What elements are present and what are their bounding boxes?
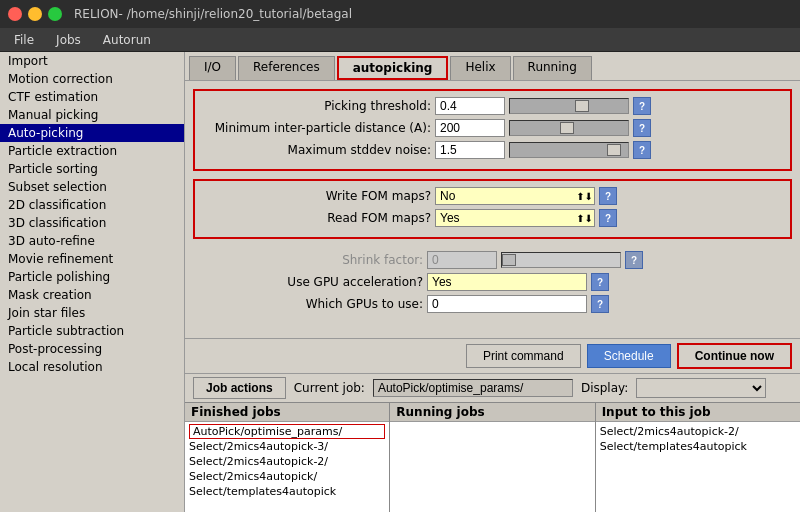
sidebar-item-import[interactable]: Import [0, 52, 184, 70]
tab-references[interactable]: References [238, 56, 335, 80]
picking-threshold-label: Picking threshold: [201, 99, 431, 113]
write-fom-row: Write FOM maps? No Yes ⬆⬇ ? [201, 187, 784, 205]
sidebar-item-particle-sorting[interactable]: Particle sorting [0, 160, 184, 178]
input-job-item-0[interactable]: Select/2mics4autopick-2/ [600, 424, 796, 439]
input-job-item-1[interactable]: Select/templates4autopick [600, 439, 796, 454]
display-label: Display: [581, 381, 628, 395]
shrink-factor-input [427, 251, 497, 269]
running-jobs-header: Running jobs [390, 403, 594, 422]
main-layout: Import Motion correction CTF estimation … [0, 52, 800, 512]
max-stddev-thumb [607, 144, 621, 156]
picking-threshold-thumb [575, 100, 589, 112]
sidebar-item-mask-creation[interactable]: Mask creation [0, 286, 184, 304]
job-actions-button[interactable]: Job actions [193, 377, 286, 399]
read-fom-label: Read FOM maps? [201, 211, 431, 225]
tab-autopicking[interactable]: autopicking [337, 56, 449, 80]
shrink-factor-slider [501, 252, 621, 268]
print-command-button[interactable]: Print command [466, 344, 581, 368]
menu-autorun[interactable]: Autorun [93, 31, 161, 49]
sidebar-item-ctf-estimation[interactable]: CTF estimation [0, 88, 184, 106]
max-stddev-slider[interactable] [509, 142, 629, 158]
sidebar-item-particle-extraction[interactable]: Particle extraction [0, 142, 184, 160]
picking-threshold-row: Picking threshold: ? [201, 97, 784, 115]
tab-helix[interactable]: Helix [450, 56, 510, 80]
picking-threshold-slider[interactable] [509, 98, 629, 114]
write-fom-dropdown[interactable]: No Yes [435, 187, 595, 205]
display-select[interactable] [636, 378, 766, 398]
min-distance-row: Minimum inter-particle distance (A): ? [201, 119, 784, 137]
shrink-factor-row: Shrink factor: ? [193, 251, 792, 269]
close-button[interactable] [8, 7, 22, 21]
running-jobs-panel: Running jobs [390, 403, 595, 512]
max-stddev-row: Maximum stddev noise: ? [201, 141, 784, 159]
finished-jobs-header: Finished jobs [185, 403, 389, 422]
extra-options-section: Shrink factor: ? Use GPU acceleration? N… [193, 247, 792, 321]
tab-running[interactable]: Running [513, 56, 592, 80]
sidebar-item-movie-refinement[interactable]: Movie refinement [0, 250, 184, 268]
max-stddev-help[interactable]: ? [633, 141, 651, 159]
current-job-label: Current job: [294, 381, 365, 395]
min-distance-input[interactable] [435, 119, 505, 137]
menu-file[interactable]: File [4, 31, 44, 49]
max-stddev-input[interactable] [435, 141, 505, 159]
finished-job-item-1[interactable]: Select/2mics4autopick-3/ [189, 439, 385, 454]
title-bar: RELION- /home/shinji/relion20_tutorial/b… [0, 0, 800, 28]
picking-threshold-help[interactable]: ? [633, 97, 651, 115]
form-area: Picking threshold: ? Minimum inter-parti… [185, 81, 800, 338]
read-fom-help[interactable]: ? [599, 209, 617, 227]
gpu-select-row: Which GPUs to use: ? [193, 295, 792, 313]
read-fom-dropdown[interactable]: No Yes [435, 209, 595, 227]
write-fom-label: Write FOM maps? [201, 189, 431, 203]
min-distance-help[interactable]: ? [633, 119, 651, 137]
input-job-content: Select/2mics4autopick-2/ Select/template… [596, 422, 800, 512]
action-bar: Print command Schedule Continue now [185, 338, 800, 373]
input-job-header: Input to this job [596, 403, 800, 422]
finished-job-item-4[interactable]: Select/templates4autopick [189, 484, 385, 499]
gpu-select-help[interactable]: ? [591, 295, 609, 313]
maximize-button[interactable] [48, 7, 62, 21]
finished-job-item-3[interactable]: Select/2mics4autopick/ [189, 469, 385, 484]
min-distance-slider[interactable] [509, 120, 629, 136]
sidebar-item-3d-auto-refine[interactable]: 3D auto-refine [0, 232, 184, 250]
gpu-accel-row: Use GPU acceleration? No Yes ? [193, 273, 792, 291]
sidebar-item-auto-picking[interactable]: Auto-picking [0, 124, 184, 142]
picking-threshold-input[interactable] [435, 97, 505, 115]
gpu-select-input[interactable] [427, 295, 587, 313]
sidebar-item-2d-classification[interactable]: 2D classification [0, 196, 184, 214]
minimize-button[interactable] [28, 7, 42, 21]
bottom-panels: Finished jobs AutoPick/optimise_params/ … [185, 402, 800, 512]
read-fom-wrapper: No Yes ⬆⬇ [435, 209, 595, 227]
sidebar-item-motion-correction[interactable]: Motion correction [0, 70, 184, 88]
sidebar-item-join-star-files[interactable]: Join star files [0, 304, 184, 322]
current-job-input[interactable] [373, 379, 573, 397]
sidebar-item-manual-picking[interactable]: Manual picking [0, 106, 184, 124]
gpu-accel-label: Use GPU acceleration? [193, 275, 423, 289]
sidebar-item-local-resolution[interactable]: Local resolution [0, 358, 184, 376]
max-stddev-label: Maximum stddev noise: [201, 143, 431, 157]
fom-section: Write FOM maps? No Yes ⬆⬇ ? Read FOM map… [193, 179, 792, 239]
menu-bar: File Jobs Autorun [0, 28, 800, 52]
sidebar-item-particle-polishing[interactable]: Particle polishing [0, 268, 184, 286]
slider-section: Picking threshold: ? Minimum inter-parti… [193, 89, 792, 171]
finished-job-item-0[interactable]: AutoPick/optimise_params/ [189, 424, 385, 439]
finished-job-item-2[interactable]: Select/2mics4autopick-2/ [189, 454, 385, 469]
gpu-accel-dropdown[interactable]: No Yes [427, 273, 587, 291]
shrink-factor-help[interactable]: ? [625, 251, 643, 269]
menu-jobs[interactable]: Jobs [46, 31, 91, 49]
running-jobs-content [390, 422, 594, 512]
sidebar-item-particle-subtraction[interactable]: Particle subtraction [0, 322, 184, 340]
min-distance-label: Minimum inter-particle distance (A): [201, 121, 431, 135]
gpu-select-label: Which GPUs to use: [193, 297, 423, 311]
gpu-accel-help[interactable]: ? [591, 273, 609, 291]
shrink-factor-label: Shrink factor: [193, 253, 423, 267]
schedule-button[interactable]: Schedule [587, 344, 671, 368]
sidebar-item-subset-selection[interactable]: Subset selection [0, 178, 184, 196]
sidebar-item-3d-classification[interactable]: 3D classification [0, 214, 184, 232]
content-area: I/O References autopicking Helix Running… [185, 52, 800, 512]
continue-now-button[interactable]: Continue now [677, 343, 792, 369]
tab-io[interactable]: I/O [189, 56, 236, 80]
write-fom-help[interactable]: ? [599, 187, 617, 205]
sidebar-item-post-processing[interactable]: Post-processing [0, 340, 184, 358]
shrink-factor-thumb [502, 254, 516, 266]
min-distance-thumb [560, 122, 574, 134]
